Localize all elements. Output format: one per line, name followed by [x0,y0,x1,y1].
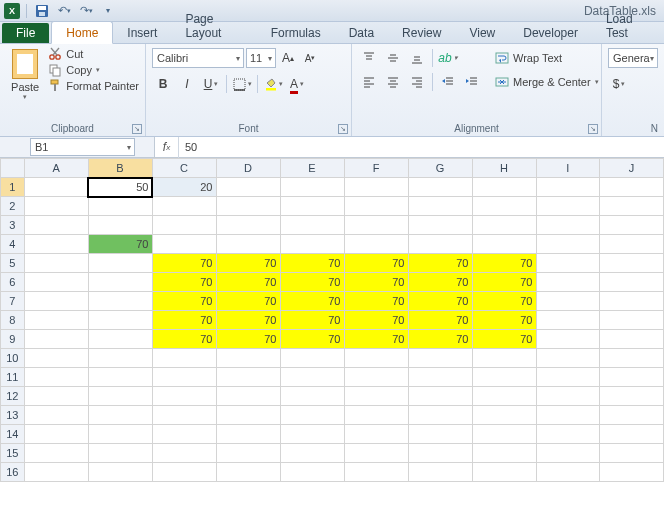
cell-E3[interactable] [280,216,344,235]
cell-J7[interactable] [600,292,664,311]
cell-E6[interactable]: 70 [280,273,344,292]
cell-E16[interactable] [280,463,344,482]
cell-B6[interactable] [88,273,152,292]
cell-A9[interactable] [24,330,88,349]
cell-I3[interactable] [536,216,600,235]
fx-button[interactable]: fx [155,137,179,158]
cell-F8[interactable]: 70 [344,311,408,330]
cell-J12[interactable] [600,387,664,406]
cell-F7[interactable]: 70 [344,292,408,311]
tab-data[interactable]: Data [335,22,388,43]
cell-D4[interactable] [216,235,280,254]
cell-G11[interactable] [408,368,472,387]
cell-D12[interactable] [216,387,280,406]
cell-H5[interactable]: 70 [472,254,536,273]
cell-A5[interactable] [24,254,88,273]
formula-bar[interactable]: 50 [179,137,664,157]
cell-D5[interactable]: 70 [216,254,280,273]
cell-I8[interactable] [536,311,600,330]
cell-B3[interactable] [88,216,152,235]
cell-H4[interactable] [472,235,536,254]
cell-D14[interactable] [216,425,280,444]
cell-H9[interactable]: 70 [472,330,536,349]
cell-I7[interactable] [536,292,600,311]
cell-A12[interactable] [24,387,88,406]
cell-A13[interactable] [24,406,88,425]
row-header-12[interactable]: 12 [1,387,25,406]
cell-E7[interactable]: 70 [280,292,344,311]
copy-button[interactable]: Copy ▾ [48,63,139,77]
cell-B16[interactable] [88,463,152,482]
cell-B10[interactable] [88,349,152,368]
row-header-5[interactable]: 5 [1,254,25,273]
row-header-11[interactable]: 11 [1,368,25,387]
cell-J4[interactable] [600,235,664,254]
cell-C1[interactable]: 20 [152,178,216,197]
cell-I16[interactable] [536,463,600,482]
cell-A2[interactable] [24,197,88,216]
cell-J1[interactable] [600,178,664,197]
cell-H15[interactable] [472,444,536,463]
redo-icon[interactable]: ↷▾ [77,2,95,20]
cell-F16[interactable] [344,463,408,482]
cell-I9[interactable] [536,330,600,349]
cell-A8[interactable] [24,311,88,330]
col-header-H[interactable]: H [472,159,536,178]
tab-insert[interactable]: Insert [113,22,171,43]
cell-E15[interactable] [280,444,344,463]
cell-B7[interactable] [88,292,152,311]
cell-B2[interactable] [88,197,152,216]
cell-A4[interactable] [24,235,88,254]
cell-D15[interactable] [216,444,280,463]
cell-G7[interactable]: 70 [408,292,472,311]
dialog-launcher-icon[interactable]: ↘ [338,124,348,134]
cell-F11[interactable] [344,368,408,387]
align-center-icon[interactable] [382,71,404,93]
cell-E13[interactable] [280,406,344,425]
cell-G16[interactable] [408,463,472,482]
tab-file[interactable]: File [2,23,49,43]
cell-G3[interactable] [408,216,472,235]
cell-J5[interactable] [600,254,664,273]
cell-E5[interactable]: 70 [280,254,344,273]
cell-G10[interactable] [408,349,472,368]
cell-B9[interactable] [88,330,152,349]
cell-J10[interactable] [600,349,664,368]
cell-F2[interactable] [344,197,408,216]
row-header-14[interactable]: 14 [1,425,25,444]
row-header-7[interactable]: 7 [1,292,25,311]
cell-B15[interactable] [88,444,152,463]
align-bottom-icon[interactable] [406,47,428,69]
row-header-6[interactable]: 6 [1,273,25,292]
format-painter-button[interactable]: Format Painter [48,79,139,93]
cell-J16[interactable] [600,463,664,482]
cell-D2[interactable] [216,197,280,216]
cell-F9[interactable]: 70 [344,330,408,349]
cell-F6[interactable]: 70 [344,273,408,292]
cell-G4[interactable] [408,235,472,254]
cell-H16[interactable] [472,463,536,482]
cell-I14[interactable] [536,425,600,444]
cell-I5[interactable] [536,254,600,273]
excel-app-icon[interactable]: X [4,3,20,19]
cell-D3[interactable] [216,216,280,235]
tab-page-layout[interactable]: Page Layout [171,8,256,43]
underline-button[interactable]: U [200,73,222,95]
row-header-1[interactable]: 1 [1,178,25,197]
cell-F4[interactable] [344,235,408,254]
cell-C10[interactable] [152,349,216,368]
cell-F15[interactable] [344,444,408,463]
cell-A14[interactable] [24,425,88,444]
tab-developer[interactable]: Developer [509,22,592,43]
cell-A6[interactable] [24,273,88,292]
cell-J2[interactable] [600,197,664,216]
cell-C13[interactable] [152,406,216,425]
cell-J8[interactable] [600,311,664,330]
italic-button[interactable]: I [176,73,198,95]
cell-B11[interactable] [88,368,152,387]
cell-I6[interactable] [536,273,600,292]
cell-J3[interactable] [600,216,664,235]
cell-C11[interactable] [152,368,216,387]
cell-F14[interactable] [344,425,408,444]
cell-D11[interactable] [216,368,280,387]
